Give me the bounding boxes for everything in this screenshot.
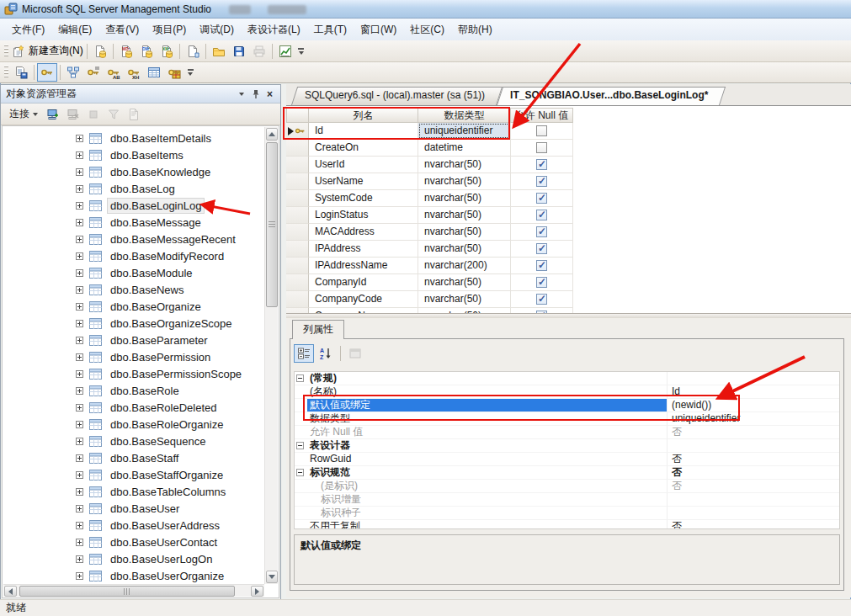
row-selector-cell[interactable] <box>286 140 309 157</box>
property-row[interactable]: 允许 Null 值 否 <box>295 426 839 439</box>
manage-indexes-and-keys-button[interactable] <box>83 63 104 82</box>
expand-icon[interactable] <box>76 404 83 412</box>
close-button[interactable]: × <box>263 88 277 101</box>
data-type-cell[interactable]: nvarchar(50) <box>418 157 511 173</box>
row-selector-cell[interactable] <box>286 224 309 241</box>
data-type-cell[interactable]: nvarchar(50) <box>418 291 511 308</box>
toolbar-overflow-button[interactable] <box>295 42 307 61</box>
data-type-cell[interactable]: uniqueidentifier <box>418 123 511 140</box>
data-type-cell[interactable]: datetime <box>418 140 511 157</box>
expand-icon[interactable] <box>76 370 83 378</box>
allow-null-cell[interactable] <box>511 224 573 241</box>
tree-item-table[interactable]: dbo.BaseUserLogOn <box>3 550 264 567</box>
tree-item-table[interactable]: dbo.BaseTableColumns <box>3 483 264 500</box>
property-pages-button[interactable] <box>345 344 365 363</box>
expand-icon[interactable] <box>76 353 83 361</box>
allow-null-checkbox[interactable] <box>536 243 547 254</box>
scroll-right-button[interactable] <box>251 586 263 597</box>
data-type-cell[interactable]: nvarchar(50) <box>418 241 511 258</box>
allow-null-cell[interactable] <box>511 123 573 140</box>
tree-item-table[interactable]: dbo.BaseLoginLog <box>3 197 264 214</box>
allow-null-checkbox[interactable] <box>536 210 547 220</box>
menu-item[interactable]: 工具(T) <box>307 19 354 40</box>
tree-item-table[interactable]: dbo.BaseRole <box>3 382 264 399</box>
data-type-cell[interactable]: nvarchar(50) <box>418 274 511 291</box>
expand-icon[interactable] <box>76 219 83 226</box>
menu-item[interactable]: 社区(C) <box>403 19 451 40</box>
tree-item-table[interactable]: dbo.BaseItemDetails <box>3 130 264 146</box>
generate-change-script-button[interactable] <box>11 63 31 82</box>
tab-table-designer[interactable]: IT_SONGBIAO.User...dbo.BaseLoginLog* <box>497 87 720 105</box>
tree-item-table[interactable]: dbo.BaseModifyRecord <box>3 247 264 264</box>
allow-null-cell[interactable] <box>511 274 573 291</box>
column-name-cell[interactable]: MACAddress <box>309 224 418 241</box>
allow-null-checkbox[interactable] <box>536 226 547 237</box>
relationships-button[interactable] <box>63 63 83 82</box>
expand-icon[interactable] <box>76 454 83 462</box>
expand-icon[interactable] <box>76 135 83 142</box>
allow-null-checkbox[interactable] <box>536 277 547 288</box>
expand-icon[interactable] <box>76 421 83 428</box>
xmla-query-button[interactable]: XM <box>157 42 177 61</box>
property-row[interactable]: (常规) <box>295 372 839 385</box>
tree-item-table[interactable]: dbo.BaseUserContact <box>3 534 264 550</box>
property-value[interactable]: 否 <box>667 466 839 479</box>
tree-item-table[interactable]: dbo.BaseNews <box>3 281 264 298</box>
toolbar-overflow-button[interactable] <box>184 63 196 82</box>
column-name-cell[interactable]: UserId <box>309 157 418 173</box>
expand-icon[interactable] <box>76 151 83 159</box>
tree-item-table[interactable]: dbo.BasePermissionScope <box>3 365 264 382</box>
print-button[interactable] <box>249 42 269 61</box>
column-name-cell[interactable]: IPAddressName <box>309 258 418 274</box>
allow-null-checkbox[interactable] <box>536 159 547 170</box>
row-selector-cell[interactable] <box>286 190 309 207</box>
menu-item[interactable]: 帮助(H) <box>451 19 499 40</box>
scrollbar-thumb[interactable] <box>19 586 235 597</box>
menu-item[interactable]: 表设计器(L) <box>241 19 307 40</box>
disconnect-button[interactable] <box>63 105 83 124</box>
tree-item-table[interactable]: dbo.BaseItems <box>3 146 264 163</box>
menu-item[interactable]: 查看(V) <box>98 19 146 40</box>
row-selector-cell[interactable] <box>286 291 309 308</box>
tree-horizontal-scrollbar[interactable] <box>3 584 264 597</box>
property-value[interactable]: 否 <box>667 426 839 438</box>
allow-null-cell[interactable] <box>511 157 573 173</box>
property-row[interactable]: 不用于复制 否 <box>295 520 839 529</box>
row-selector-cell[interactable] <box>286 258 309 274</box>
manage-check-constraints-button[interactable] <box>144 63 164 82</box>
property-row[interactable]: (是标识) 否 <box>295 480 839 493</box>
expand-icon[interactable] <box>76 236 83 243</box>
column-name-cell[interactable]: UserName <box>309 173 418 190</box>
scroll-left-button[interactable] <box>4 586 17 597</box>
tree-item-table[interactable]: dbo.BaseUserAddress <box>3 517 264 534</box>
property-row[interactable]: RowGuid 否 <box>295 453 839 466</box>
data-type-cell[interactable]: nvarchar(50) <box>418 190 511 207</box>
tree-item-table[interactable]: dbo.BasePermission <box>3 348 264 365</box>
tree-item-table[interactable]: dbo.BaseOrganize <box>3 298 264 315</box>
window-menu-button[interactable] <box>234 88 248 101</box>
column-name-cell[interactable]: SystemCode <box>309 190 418 207</box>
allow-null-checkbox[interactable] <box>536 125 547 136</box>
allow-null-checkbox[interactable] <box>536 142 547 153</box>
save-button[interactable] <box>229 42 249 61</box>
property-value[interactable]: 否 <box>667 480 839 492</box>
collapse-icon[interactable] <box>296 374 304 382</box>
property-value[interactable] <box>667 439 839 452</box>
allow-null-checkbox[interactable] <box>536 260 547 271</box>
tree-item-table[interactable]: dbo.BaseMessageRecent <box>3 231 264 247</box>
manage-xml-indexes-button[interactable]: XH <box>124 63 144 82</box>
property-row[interactable]: 标识增量 <box>295 493 839 507</box>
connect-server-button[interactable] <box>43 105 63 124</box>
property-row[interactable]: 标识种子 <box>295 507 839 520</box>
row-selector-cell[interactable] <box>286 157 309 173</box>
data-type-cell[interactable]: nvarchar(50) <box>418 224 511 241</box>
property-value[interactable]: uniqueidentifier <box>667 412 839 425</box>
property-row[interactable]: 标识规范 否 <box>295 466 839 480</box>
property-value[interactable] <box>667 372 839 385</box>
expand-icon[interactable] <box>76 471 83 479</box>
tab-sqlquery6[interactable]: SQLQuery6.sql - (local).master (sa (51)) <box>291 87 497 105</box>
allow-null-checkbox[interactable] <box>536 176 547 187</box>
property-value[interactable]: 否 <box>667 453 839 465</box>
column-name-cell[interactable]: CompanyId <box>309 274 418 291</box>
allow-null-cell[interactable] <box>511 258 573 274</box>
